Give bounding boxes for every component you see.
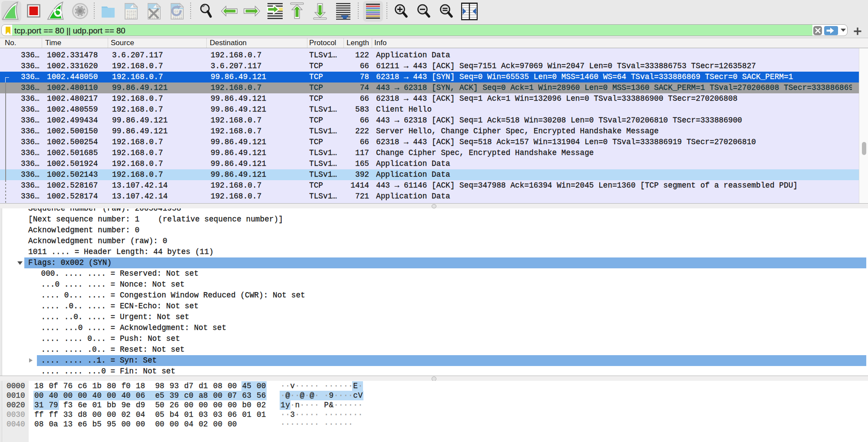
svg-text:01101: 01101 xyxy=(127,13,136,16)
svg-text:01110: 01110 xyxy=(173,16,182,20)
svg-text:01010: 01010 xyxy=(127,10,136,13)
svg-text:01110: 01110 xyxy=(127,16,136,20)
